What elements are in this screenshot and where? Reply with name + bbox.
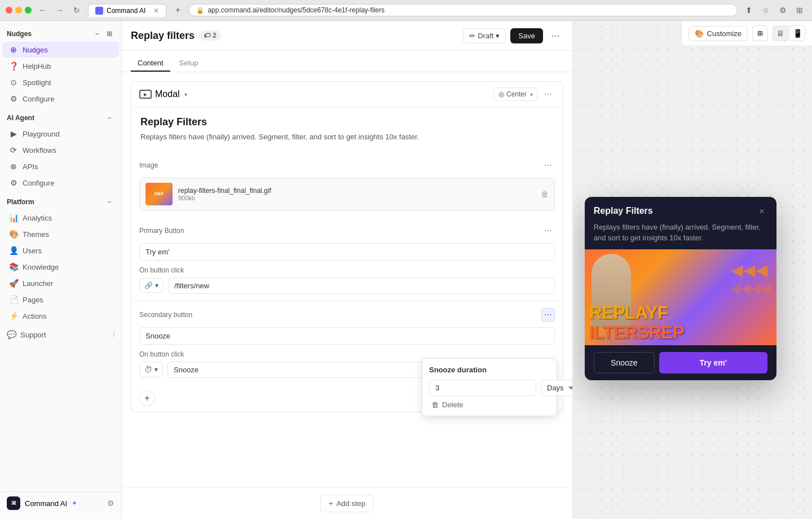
analytics-label: Analytics: [23, 214, 52, 222]
add-row-button[interactable]: +: [139, 390, 155, 406]
modal-selector-icon: ▶: [139, 90, 152, 99]
modal-close-button[interactable]: ×: [756, 206, 767, 217]
snooze-row: Days Hours Minutes Weeks: [429, 380, 550, 396]
secondary-button-label-text: Secondary button: [139, 311, 192, 319]
apis-label: APIs: [23, 162, 38, 171]
nudges-collapse-icon[interactable]: −: [92, 29, 102, 39]
modal-type-selector[interactable]: ▶ Modal ▾: [139, 89, 187, 99]
new-tab-button[interactable]: +: [171, 3, 184, 17]
forward-button[interactable]: →: [53, 3, 67, 17]
sidebar-item-support[interactable]: 💬 Support /: [0, 327, 121, 342]
sidebar-item-pages[interactable]: 📄 Pages: [2, 292, 119, 307]
sidebar-item-ai-configure[interactable]: ⚙ Configure: [2, 175, 119, 191]
badge-icon: 🏷: [204, 32, 210, 39]
sidebar-item-knowledge[interactable]: 📚 Knowledge: [2, 259, 119, 275]
sidebar-item-apis[interactable]: ⊗ APIs: [2, 159, 119, 174]
playground-label: Playground: [23, 130, 60, 138]
modal-more-button[interactable]: ⋯: [541, 87, 555, 101]
maximize-dot[interactable]: [25, 7, 32, 14]
layout-button[interactable]: ⊞: [793, 3, 806, 17]
add-step-button[interactable]: + Add step: [320, 495, 374, 512]
secondary-on-click-label: On button click: [139, 350, 555, 358]
actions-label: Actions: [23, 312, 47, 320]
modal-preview: Replay Filters × Replays filters have (f…: [585, 197, 776, 380]
bookmark-button[interactable]: ☆: [759, 3, 773, 17]
click-action-row: 🔗 ▾: [139, 278, 555, 294]
support-icon: 💬: [7, 330, 16, 339]
ai-configure-icon: ⚙: [9, 178, 18, 187]
spotlight-label: Spotlight: [23, 78, 51, 87]
secondary-more-button[interactable]: ⋯: [541, 308, 555, 322]
sidebar-item-nudges[interactable]: ⊕ Nudges: [2, 42, 119, 58]
image-label-text: Image: [139, 161, 158, 169]
expand-button[interactable]: ⊞: [752, 25, 768, 41]
nudge-preview: Replay Filters Replays filters have (fin…: [131, 107, 563, 152]
secondary-action-type[interactable]: ⏱ ▾: [139, 362, 163, 377]
app: Nudges − ⊞ ⊕ Nudges ❓ HelpHub ⊙ Spotligh…: [0, 21, 812, 519]
sidebar-item-playground[interactable]: ▶ Playground: [2, 126, 119, 142]
sidebar-item-users[interactable]: 👤 Users: [2, 243, 119, 258]
support-label: Support: [20, 331, 46, 339]
sidebar-item-spotlight[interactable]: ⊙ Spotlight: [2, 74, 119, 90]
desktop-view-button[interactable]: 🖥: [773, 25, 788, 41]
sidebar-footer-app[interactable]: ⌘ Command AI ✦: [7, 496, 77, 510]
nudges-icon: ⊕: [9, 45, 18, 54]
image-section-label: Image ⋯: [139, 159, 555, 172]
sidebar-item-workflows[interactable]: ⟳ Workflows: [2, 142, 119, 158]
close-dot[interactable]: [6, 7, 12, 14]
sidebar-item-helphub[interactable]: ❓ HelpHub: [2, 58, 119, 74]
nudges-expand-icon[interactable]: ⊞: [104, 29, 114, 39]
image-delete-button[interactable]: 🗑: [541, 190, 549, 199]
minimize-dot[interactable]: [15, 7, 22, 14]
snooze-unit-select[interactable]: Days Hours Minutes Weeks: [541, 380, 572, 396]
save-button[interactable]: Save: [510, 28, 543, 43]
modal-snooze-button[interactable]: Snooze: [594, 352, 655, 373]
workflows-icon: ⟳: [9, 146, 18, 155]
tab-content[interactable]: Content: [131, 55, 170, 72]
modal-chevron-icon: ▾: [184, 91, 187, 98]
ai-star-icon: ✦: [72, 499, 77, 507]
back-button[interactable]: ←: [36, 3, 50, 17]
reload-button[interactable]: ↻: [70, 3, 83, 17]
click-action-value[interactable]: [168, 278, 555, 294]
image-more-button[interactable]: ⋯: [541, 159, 555, 172]
modal-buttons: Snooze Try em': [585, 345, 776, 380]
add-step-label: Add step: [337, 499, 365, 508]
customize-button[interactable]: 🎨 Customize: [689, 26, 748, 41]
draft-pencil-icon: ✏: [469, 32, 475, 40]
snooze-number-input[interactable]: [429, 380, 536, 396]
browser-dots: [6, 7, 32, 14]
snooze-delete-button[interactable]: 🗑 Delete: [429, 396, 550, 409]
browser-tab[interactable]: Command AI ✕: [88, 4, 166, 17]
address-bar[interactable]: 🔒 app.command.ai/editor/nudges/5dce678c-…: [189, 4, 738, 16]
badge-count: 2: [213, 32, 217, 39]
more-options-button[interactable]: ⋯: [548, 28, 563, 43]
customize-icon: 🎨: [695, 29, 704, 38]
tab-setup[interactable]: Setup: [173, 55, 205, 72]
sidebar-item-configure[interactable]: ⚙ Configure: [2, 91, 119, 107]
ai-agent-collapse-icon[interactable]: −: [104, 113, 114, 123]
secondary-button-input[interactable]: [139, 327, 555, 345]
click-action-type[interactable]: 🔗 ▾: [139, 278, 164, 293]
primary-more-button[interactable]: ⋯: [541, 224, 555, 237]
modal-image-overlay: REPLAYF ILTERSREP: [585, 301, 776, 345]
primary-button-input[interactable]: [139, 243, 555, 261]
modal-header: Replay Filters ×: [585, 197, 776, 222]
sidebar-item-actions[interactable]: ⚡ Actions: [2, 308, 119, 324]
share-button[interactable]: ⬆: [742, 3, 756, 17]
platform-collapse-icon[interactable]: −: [104, 197, 114, 207]
position-selector[interactable]: ◎ Center ▾: [493, 87, 538, 101]
tab-favicon: [95, 7, 103, 15]
sidebar-item-analytics[interactable]: 📊 Analytics: [2, 210, 119, 226]
modal-primary-button[interactable]: Try em': [659, 352, 767, 373]
mobile-view-button[interactable]: 📱: [789, 25, 805, 41]
modal-position: ◎ Center ▾ ⋯: [493, 87, 555, 101]
sidebar-item-launcher[interactable]: 🚀 Launcher: [2, 275, 119, 291]
tab-close[interactable]: ✕: [153, 7, 159, 15]
helphub-icon: ❓: [9, 61, 18, 71]
extensions-button[interactable]: ⚙: [776, 3, 789, 17]
action-chevron-icon: ▾: [155, 282, 158, 289]
sidebar-item-themes[interactable]: 🎨 Themes: [2, 226, 119, 242]
footer-settings-icon[interactable]: ⚙: [107, 499, 114, 508]
draft-button[interactable]: ✏ Draft ▾: [463, 28, 506, 43]
